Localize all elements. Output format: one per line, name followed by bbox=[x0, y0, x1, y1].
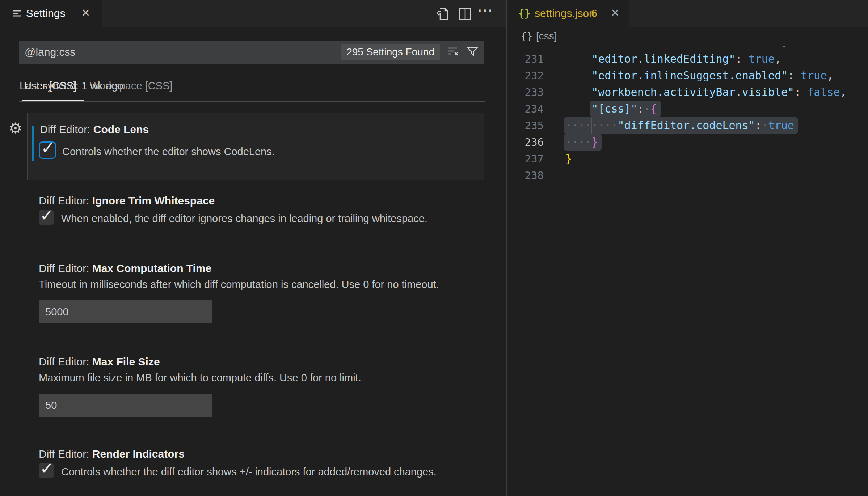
setting-description: When enabled, the diff editor ignores ch… bbox=[61, 213, 427, 225]
setting-description: Controls whether the diff editor shows +… bbox=[61, 466, 437, 478]
line-number: 233 bbox=[507, 84, 544, 101]
json-editor-pane: ,231 "editor.linkedEditing": true,232 "e… bbox=[507, 0, 868, 496]
number-input[interactable] bbox=[39, 394, 212, 417]
code-line-235[interactable]: 235········"diffEditor.codeLens":·true bbox=[507, 117, 868, 134]
line-number: 232 bbox=[507, 67, 544, 84]
setting-row-max-file-size[interactable]: Diff Editor: Max File SizeMaximum file s… bbox=[0, 356, 506, 435]
vscode-window: Settings ✕ ⋯ 295 Settings Found bbox=[0, 0, 868, 496]
setting-description: Timeout in milliseconds after which diff… bbox=[39, 279, 439, 291]
code-line-236[interactable]: 236····} bbox=[507, 134, 868, 151]
close-json-tab-icon[interactable]: ✕ bbox=[611, 7, 620, 19]
line-number: 234 bbox=[507, 101, 544, 117]
line-number: 231 bbox=[507, 51, 544, 67]
filter-icon[interactable] bbox=[466, 45, 479, 59]
setting-description: Maximum file size in MB for which to com… bbox=[39, 372, 361, 384]
line-number: 237 bbox=[507, 151, 544, 167]
number-input[interactable] bbox=[39, 300, 212, 323]
setting-row-max-computation-time[interactable]: Diff Editor: Max Computation TimeTimeout… bbox=[0, 262, 506, 342]
scope-tab-active-underline bbox=[22, 100, 84, 101]
setting-title: Diff Editor: Ignore Trim Whitespace bbox=[39, 195, 215, 207]
code-line-231[interactable]: 231 "editor.linkedEditing": true, bbox=[507, 51, 868, 67]
setting-description: Controls whether the editor shows CodeLe… bbox=[62, 146, 275, 158]
setting-title: Diff Editor: Max File Size bbox=[39, 356, 160, 368]
tab-settings[interactable]: Settings ✕ bbox=[0, 0, 102, 27]
tab-settings-label: Settings bbox=[26, 7, 65, 20]
settings-search-bar[interactable]: 295 Settings Found bbox=[19, 41, 484, 64]
scope-tabs-rule bbox=[19, 101, 485, 102]
open-settings-json-icon[interactable] bbox=[434, 6, 450, 24]
setting-row-render-indicators[interactable]: Diff Editor: Render Indicators✓Controls … bbox=[0, 448, 506, 496]
breadcrumb: {} [css] bbox=[507, 27, 868, 46]
checkbox[interactable]: ✓ bbox=[39, 463, 54, 478]
setting-gear-icon[interactable]: ⚙ bbox=[9, 119, 22, 137]
setting-title: Diff Editor: Render Indicators bbox=[39, 448, 185, 460]
code-area[interactable]: ,231 "editor.linkedEditing": true,232 "e… bbox=[507, 0, 868, 496]
checkbox[interactable]: ✓ bbox=[39, 210, 54, 225]
settings-search-input[interactable] bbox=[19, 40, 341, 64]
clear-search-icon[interactable] bbox=[447, 45, 460, 59]
breadcrumb-item-css[interactable]: [css] bbox=[536, 30, 557, 42]
setting-title: Diff Editor: Code Lens bbox=[40, 123, 149, 136]
line-number: 238 bbox=[507, 167, 544, 184]
more-actions-icon[interactable]: ⋯ bbox=[477, 1, 494, 19]
code-line-233[interactable]: 233 "workbench.activityBar.visible": fal… bbox=[507, 84, 868, 101]
settings-editor-pane: Settings ✕ ⋯ 295 Settings Found bbox=[0, 0, 506, 496]
setting-row-code-lens[interactable]: Diff Editor: Code Lens✓Controls whether … bbox=[27, 113, 484, 180]
last-synced-label: Last synced: 1 wk ago bbox=[20, 80, 123, 92]
setting-title: Diff Editor: Max Computation Time bbox=[39, 262, 211, 275]
settings-editor-icon bbox=[12, 9, 22, 20]
code-line-238[interactable]: 238 bbox=[507, 167, 868, 184]
split-editor-icon[interactable] bbox=[458, 7, 473, 23]
modified-indicator-bar bbox=[32, 126, 34, 161]
indent-guide bbox=[591, 118, 592, 134]
settings-found-badge: 295 Settings Found bbox=[341, 44, 440, 60]
checkbox[interactable]: ✓ bbox=[39, 141, 56, 159]
close-settings-tab-icon[interactable]: ✕ bbox=[81, 7, 90, 19]
tab-settings-json[interactable]: {} settings.json 6 ✕ bbox=[507, 0, 629, 27]
code-line-234[interactable]: 234 "[css]":·{ bbox=[507, 101, 868, 117]
line-number: 235 bbox=[507, 117, 544, 134]
tab-settings-json-label: settings.json bbox=[535, 7, 595, 20]
json-file-icon: {} bbox=[518, 7, 531, 20]
json-breadcrumb-icon: {} bbox=[521, 30, 533, 42]
code-line-232[interactable]: 232 "editor.inlineSuggest.enabled": true… bbox=[507, 67, 868, 84]
tab-problem-count: 6 bbox=[591, 7, 597, 20]
code-line-237[interactable]: 237} bbox=[507, 151, 868, 167]
line-number: 236 bbox=[507, 134, 544, 151]
